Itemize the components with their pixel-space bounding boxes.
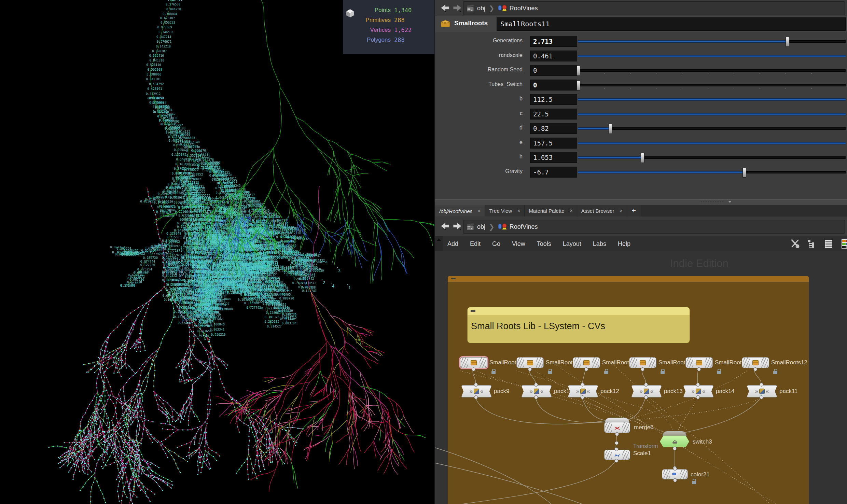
slider-track-filled[interactable]: [578, 98, 846, 101]
splitter-arrow-icon[interactable]: [728, 201, 732, 203]
output-connector[interactable]: [641, 367, 644, 371]
slider-track[interactable]: [787, 40, 846, 43]
breadcrumb-root[interactable]: obj: [477, 5, 485, 12]
output-connector[interactable]: [534, 395, 538, 399]
slider-handle[interactable]: [577, 81, 580, 90]
back-arrow-icon[interactable]: [440, 3, 450, 13]
input-connector[interactable]: [581, 383, 584, 387]
output-connector[interactable]: [474, 395, 478, 399]
slider-track-filled[interactable]: [578, 156, 642, 159]
param-slider-tubes-switch[interactable]: [578, 78, 846, 92]
tab-close-icon[interactable]: ×: [570, 208, 573, 213]
slider-track-filled[interactable]: [578, 142, 846, 144]
tab-close-icon[interactable]: ×: [620, 208, 622, 213]
param-slider-b[interactable]: [578, 92, 846, 107]
input-connector[interactable]: [644, 383, 648, 387]
slider-track-filled[interactable]: [578, 171, 744, 173]
list-view-icon[interactable]: [824, 239, 833, 249]
output-connector[interactable]: [615, 432, 619, 436]
forward-arrow-icon[interactable]: [452, 221, 462, 231]
output-connector[interactable]: [472, 367, 475, 371]
back-arrow-icon[interactable]: [440, 221, 450, 231]
node-scale1[interactable]: [604, 450, 630, 460]
tab-close-icon[interactable]: ×: [478, 208, 481, 214]
network-breadcrumb[interactable]: obj ❯ RoofVines: [463, 220, 845, 234]
breadcrumb-root[interactable]: obj: [477, 223, 485, 230]
node-switch3[interactable]: [660, 436, 689, 447]
param-slider-generations[interactable]: [578, 34, 846, 48]
menu-add[interactable]: Add: [447, 240, 458, 248]
param-value-tubes-switch[interactable]: 0: [530, 80, 577, 90]
tab-add-button[interactable]: +: [627, 205, 641, 216]
slider-track-filled[interactable]: [578, 40, 787, 43]
node-name-field[interactable]: SmallRoots11: [497, 17, 846, 31]
param-slider-d[interactable]: [578, 121, 846, 136]
menu-tools[interactable]: Tools: [537, 240, 551, 248]
tab-asset-browser[interactable]: Asset Browser×: [577, 205, 627, 216]
node-smallroots11[interactable]: [460, 357, 487, 368]
param-value-e[interactable]: 157.5: [530, 138, 577, 149]
input-connector[interactable]: [474, 383, 478, 387]
param-slider-random-seed[interactable]: [578, 63, 846, 78]
output-connector[interactable]: [696, 395, 700, 399]
forward-arrow-icon[interactable]: [452, 3, 462, 13]
node-color21[interactable]: [662, 469, 688, 479]
output-connector[interactable]: [753, 367, 757, 371]
param-value-generations[interactable]: 2.713: [530, 36, 577, 47]
pane-splitter[interactable]: [435, 199, 847, 205]
node-smallroots8[interactable]: [685, 357, 713, 368]
param-value-randscale[interactable]: 0.461: [530, 51, 577, 61]
breadcrumb-node[interactable]: RoofVines: [510, 5, 538, 12]
input-connector[interactable]: [696, 383, 700, 387]
node-smallroots10[interactable]: [516, 357, 544, 368]
param-value-h[interactable]: 1.653: [530, 152, 577, 163]
menu-go[interactable]: Go: [492, 240, 500, 248]
tab-tree-view[interactable]: Tree View×: [485, 205, 525, 216]
output-connector[interactable]: [584, 367, 588, 371]
param-slider-gravity[interactable]: [578, 165, 846, 179]
menu-view[interactable]: View: [512, 240, 525, 248]
pane-collapse-strip[interactable]: [435, 236, 443, 251]
palette-icon[interactable]: [842, 239, 847, 249]
param-value-d[interactable]: 0.82: [530, 123, 577, 134]
menu-layout[interactable]: Layout: [563, 240, 581, 248]
tools-icon[interactable]: [790, 239, 800, 249]
scene-viewport[interactable]: Points1,340Primitives288Vertices1,622Pol…: [0, 0, 435, 504]
output-connector[interactable]: [760, 395, 763, 399]
splitter-grip-icon[interactable]: [700, 200, 724, 204]
collapse-arrow-icon[interactable]: [437, 238, 441, 241]
breadcrumb-node[interactable]: RoofVines: [510, 223, 538, 230]
slider-track[interactable]: [610, 127, 846, 130]
menu-help[interactable]: Help: [618, 240, 630, 248]
slider-track-filled[interactable]: [578, 55, 846, 57]
input-connector[interactable]: [614, 447, 618, 451]
viewport-canvas[interactable]: [0, 0, 435, 504]
node-smallroots12[interactable]: [742, 357, 769, 368]
slider-track[interactable]: [744, 171, 846, 173]
param-value-b[interactable]: 112.5: [530, 94, 577, 105]
slider-handle[interactable]: [641, 153, 644, 163]
input-connector[interactable]: [760, 383, 763, 387]
output-connector[interactable]: [614, 459, 618, 463]
output-connector[interactable]: [581, 395, 584, 399]
node-smallroots9[interactable]: [573, 357, 600, 368]
output-connector[interactable]: [673, 478, 677, 482]
slider-handle[interactable]: [609, 124, 612, 134]
tab-material-palette[interactable]: Material Palette×: [525, 205, 577, 216]
slider-handle[interactable]: [577, 66, 580, 76]
param-value-c[interactable]: 22.5: [530, 109, 577, 120]
node-merge6[interactable]: [604, 422, 630, 433]
tree-view-icon[interactable]: [807, 239, 816, 249]
network-editor[interactable]: Indie Edition Small Roots Lib - LSystem …: [435, 251, 847, 504]
node-smallroots7[interactable]: [629, 357, 656, 368]
sticky-minimize-icon[interactable]: [471, 310, 475, 312]
tab--obj-roofvines[interactable]: /obj/RoofVines×: [435, 205, 485, 217]
output-connector[interactable]: [673, 447, 677, 450]
slider-track[interactable]: [642, 156, 846, 159]
param-value-gravity[interactable]: -6.7: [530, 167, 577, 178]
slider-track[interactable]: [578, 84, 846, 86]
slider-track[interactable]: [578, 69, 846, 72]
menu-labs[interactable]: Labs: [593, 240, 606, 248]
output-connector[interactable]: [644, 395, 648, 399]
param-slider-randscale[interactable]: [578, 49, 846, 63]
